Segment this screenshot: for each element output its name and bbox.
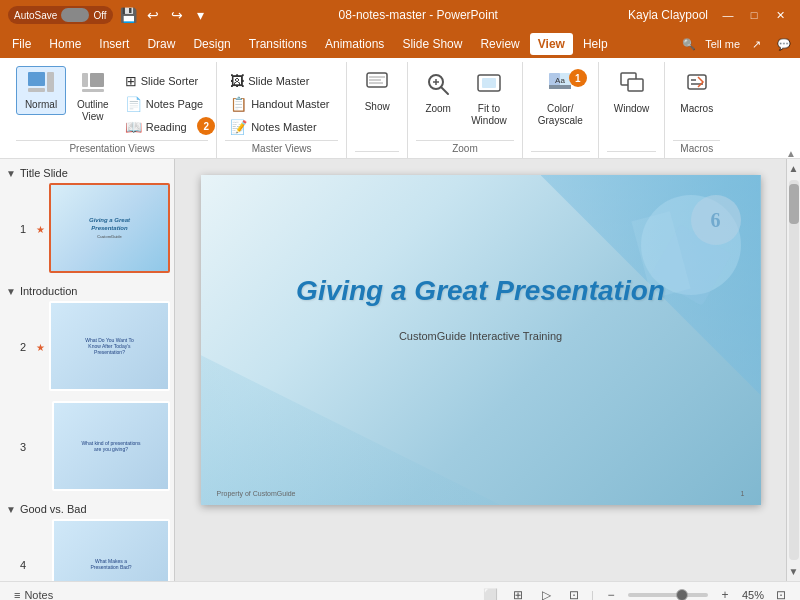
slide-subtitle: CustomGuide Interactive Training (231, 330, 731, 342)
right-scrollbar: ▲ ▼ (786, 159, 800, 581)
menu-bar: File Home Insert Draw Design Transitions… (0, 30, 800, 58)
menu-draw[interactable]: Draw (139, 33, 183, 55)
notes-label: Notes (24, 589, 53, 601)
autosave-toggle[interactable] (61, 8, 89, 22)
maximize-button[interactable]: □ (742, 5, 766, 25)
scroll-down-button[interactable]: ▼ (785, 562, 800, 581)
slide-title: Giving a Great Presentation (231, 275, 731, 307)
window-label: Window (614, 103, 650, 114)
more-button[interactable]: ▾ (193, 7, 209, 23)
slide-thumb-2[interactable]: What Do You Want ToKnow After Today'sPre… (49, 301, 170, 391)
undo-button[interactable]: ↩ (145, 7, 161, 23)
fit-slide-button[interactable]: ⊡ (770, 585, 792, 601)
show-content: Show (355, 62, 399, 149)
scroll-thumb[interactable] (789, 184, 799, 224)
zoom-minus-button[interactable]: − (600, 585, 622, 601)
section-collapse-3[interactable]: ▼ (6, 504, 16, 515)
menu-help[interactable]: Help (575, 33, 616, 55)
fit-to-window-button[interactable]: Fit toWindow (464, 66, 514, 132)
color-group-label (531, 151, 590, 158)
window-button[interactable]: Window (607, 66, 657, 119)
slide-sorter-status-button[interactable]: ⊞ (507, 585, 529, 601)
section-collapse-1[interactable]: ▼ (6, 168, 16, 179)
ribbon-group-window: Window (599, 62, 666, 158)
slide-panel: ▼ Title Slide 1 ★ Giving a GreatPresenta… (0, 159, 175, 581)
menu-slideshow[interactable]: Slide Show (394, 33, 470, 55)
notes-master-button[interactable]: 📝 Notes Master (225, 116, 334, 138)
normal-view-status-button[interactable]: ⬜ (479, 585, 501, 601)
notes-page-label: Notes Page (146, 98, 203, 110)
zoom-thumb[interactable] (676, 589, 688, 601)
menu-transitions[interactable]: Transitions (241, 33, 315, 55)
window-group-label (607, 151, 657, 158)
menu-file[interactable]: File (4, 33, 39, 55)
window-controls: — □ ✕ (716, 5, 792, 25)
scroll-up-button[interactable]: ▲ (785, 159, 800, 178)
normal-view-button[interactable]: Normal (16, 66, 66, 115)
outline-view-button[interactable]: OutlineView (70, 66, 116, 128)
zoom-slider[interactable] (628, 593, 708, 597)
svg-rect-3 (82, 73, 88, 87)
zoom-plus-button[interactable]: + (714, 585, 736, 601)
slide-show-status-button[interactable]: ⊡ (563, 585, 585, 601)
presentation-views-label: Presentation Views (16, 140, 208, 158)
section-good-bad: ▼ Good vs. Bad 4 What Makes aPresentatio… (4, 499, 170, 581)
reading-view-button[interactable]: 📖 Reading 2 (120, 116, 208, 138)
ribbon-collapse-button[interactable]: ▲ (786, 148, 796, 159)
slide-thumb-1[interactable]: Giving a GreatPresentation CustomGuide (49, 183, 170, 273)
color-badge: 1 (569, 69, 587, 87)
menu-review[interactable]: Review (472, 33, 527, 55)
minimize-button[interactable]: — (716, 5, 740, 25)
section-collapse-2[interactable]: ▼ (6, 286, 16, 297)
svg-text:Aa: Aa (555, 76, 565, 85)
slide-row-3: 3 What kind of presentationsare you givi… (4, 399, 170, 495)
svg-rect-21 (628, 79, 643, 91)
slide-canvas: 6 Giving a Great Presentation CustomGuid… (201, 175, 761, 505)
zoom-label: Zoom (425, 103, 451, 114)
normal-label: Normal (25, 99, 57, 110)
menu-insert[interactable]: Insert (91, 33, 137, 55)
macros-button[interactable]: Macros (673, 66, 720, 119)
zoom-button[interactable]: Zoom (416, 66, 460, 119)
handout-master-button[interactable]: 📋 Handout Master (225, 93, 334, 115)
comments-button[interactable]: 💬 (772, 34, 796, 54)
show-button[interactable]: Show (355, 66, 399, 117)
status-bar: ≡ Notes ⬜ ⊞ ▷ ⊡ | − + 45% ⊡ (0, 581, 800, 600)
share-button[interactable]: ↗ (744, 34, 768, 54)
slide-num-1: 1 (20, 223, 32, 235)
section-introduction: ▼ Introduction 2 ★ What Do You Want ToKn… (4, 281, 170, 495)
section-name-3: Good vs. Bad (20, 503, 87, 515)
slide-master-button[interactable]: 🖼 Slide Master (225, 70, 334, 92)
slide-sorter-button[interactable]: ⊞ Slide Sorter (120, 70, 208, 92)
menu-view[interactable]: View (530, 33, 573, 55)
slide-sorter-label: Slide Sorter (141, 75, 198, 87)
redo-button[interactable]: ↪ (169, 7, 185, 23)
notes-master-label: Notes Master (251, 121, 316, 133)
reading-icon: 📖 (125, 119, 142, 135)
slide-thumb-3[interactable]: What kind of presentationsare you giving… (52, 401, 170, 491)
svg-rect-0 (28, 72, 45, 86)
notes-page-icon: 📄 (125, 96, 142, 112)
tell-me-label: Tell me (705, 38, 740, 50)
zoom-group-label: Zoom (416, 140, 514, 158)
close-button[interactable]: ✕ (768, 5, 792, 25)
notes-icon: ≡ (14, 589, 20, 601)
slide-thumb-inner-2: What Do You Want ToKnow After Today'sPre… (51, 303, 168, 389)
notes-page-button[interactable]: 📄 Notes Page (120, 93, 208, 115)
save-button[interactable]: 💾 (121, 7, 137, 23)
search-icon[interactable]: 🔍 (677, 34, 701, 54)
color-grayscale-button[interactable]: 1 Aa Color/Grayscale (531, 66, 590, 132)
svg-rect-18 (549, 85, 571, 89)
menu-home[interactable]: Home (41, 33, 89, 55)
presentation-views-content: Normal OutlineView ⊞ Slide Sorter (16, 62, 208, 138)
reading-view-status-button[interactable]: ▷ (535, 585, 557, 601)
notes-button[interactable]: ≡ Notes (8, 587, 59, 601)
autosave-state: Off (93, 10, 106, 21)
menu-animations[interactable]: Animations (317, 33, 392, 55)
handout-master-label: Handout Master (251, 98, 329, 110)
master-views-col: 🖼 Slide Master 📋 Handout Master 📝 Notes … (225, 66, 334, 138)
slide-thumb-4[interactable]: What Makes aPresentation Bad? (52, 519, 170, 581)
slide-thumb-inner-4: What Makes aPresentation Bad? (54, 521, 168, 581)
menu-design[interactable]: Design (185, 33, 238, 55)
slide-footer: Property of CustomGuide (217, 490, 296, 497)
